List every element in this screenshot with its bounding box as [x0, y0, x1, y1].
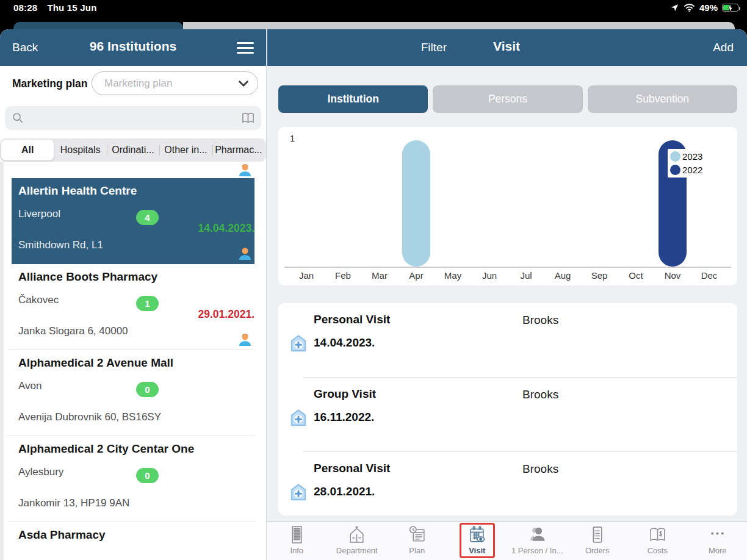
- orders-icon: [587, 525, 607, 545]
- institution-name: Asda Pharmacy: [18, 528, 106, 542]
- tab-label: Plan: [409, 546, 425, 555]
- segment-subvention[interactable]: Subvention: [588, 85, 737, 113]
- visit-segments: InstitutionPersonsSubvention: [278, 85, 737, 113]
- institution-address: Janka Slogara 6, 40000: [18, 325, 128, 337]
- institution-city: Aylesbury: [18, 466, 63, 478]
- month-label: Mar: [361, 270, 398, 281]
- navigation-bar: Back 96 Institutions Filter Visit Add: [0, 29, 747, 66]
- person-icon: [527, 525, 547, 545]
- category-tab-hospitals[interactable]: Hospitals: [54, 140, 106, 160]
- institution-name: Alphamedical 2 Avenue Mall: [18, 356, 173, 370]
- month-label: Aug: [544, 270, 581, 281]
- institution-visit-icon: [289, 334, 308, 353]
- month-label: Sep: [581, 270, 618, 281]
- tab-visit[interactable]: Visit: [447, 522, 508, 560]
- institution-name: Allertin Health Centre: [18, 184, 137, 198]
- tab-orders[interactable]: Orders: [568, 522, 628, 560]
- catalog-book-icon[interactable]: [241, 111, 255, 125]
- tab-more[interactable]: More: [688, 522, 747, 560]
- list-item-partial[interactable]: [4, 162, 266, 178]
- institution-row[interactable]: Alphamedical 2 City Centar OneAylesbury0…: [4, 436, 266, 522]
- chart-month-labels: JanFebMarAprMayJunJulAugSepOctNovDec: [288, 270, 727, 281]
- tab-info[interactable]: Info: [267, 522, 327, 560]
- legend-label: 2022: [682, 165, 702, 175]
- tab-costs[interactable]: Costs: [627, 522, 688, 560]
- visit-date: 28.01.2021.: [314, 485, 375, 498]
- visit-row[interactable]: Personal VisitBrooks28.01.2021.: [278, 452, 737, 515]
- visit-count-badge: 0: [136, 468, 159, 483]
- legend-dot-2022: [670, 165, 680, 175]
- marketing-plan-select[interactable]: Marketing plan: [92, 71, 258, 95]
- battery-percent: 49%: [699, 2, 718, 13]
- visit-count-badge: 0: [136, 382, 159, 397]
- bar-2023-apr: [402, 140, 430, 267]
- month-label: May: [435, 270, 471, 281]
- visit-row[interactable]: Group VisitBrooks16.11.2022.: [278, 378, 737, 452]
- institution-visit-icon: [289, 408, 308, 428]
- visit-type: Personal Visit: [314, 462, 390, 475]
- marketing-plan-placeholder: Marketing plan: [104, 77, 173, 90]
- status-time: 08:28: [13, 2, 37, 13]
- category-tab-pharmac[interactable]: Pharmac...: [212, 140, 265, 160]
- visit-calendar-icon: [467, 525, 487, 545]
- building-icon: [287, 525, 307, 545]
- search-input[interactable]: [28, 109, 236, 127]
- tab-plan[interactable]: Plan: [387, 522, 447, 560]
- tab-department[interactable]: Department: [327, 522, 388, 560]
- tab-label: Orders: [585, 546, 610, 555]
- institution-row[interactable]: Asda Pharmacy: [4, 522, 266, 560]
- battery-icon: [722, 4, 738, 12]
- app-window: Back 96 Institutions Filter Visit Add Ma…: [0, 29, 747, 560]
- marketing-plan-label: Marketing plan: [12, 77, 88, 90]
- month-label: Nov: [654, 270, 691, 281]
- month-label: Apr: [398, 270, 435, 281]
- visit-panel: InstitutionPersonsSubvention 1 JanFebMar…: [266, 66, 747, 560]
- legend-item-2023: 2023: [670, 151, 702, 162]
- visit-date: 14.04.2023.: [314, 336, 375, 350]
- department-icon: [347, 525, 367, 545]
- segment-institution[interactable]: Institution: [278, 85, 428, 113]
- institution-visit-icon: [289, 483, 308, 502]
- chart-x-axis: [284, 267, 731, 268]
- tab-person-in[interactable]: 1 Person / In...: [507, 522, 568, 560]
- visit-title: Visit: [266, 39, 747, 54]
- month-label: Dec: [691, 270, 727, 281]
- person-avatar-icon: [237, 162, 253, 178]
- add-button[interactable]: Add: [713, 41, 734, 54]
- segment-persons[interactable]: Persons: [433, 85, 582, 113]
- month-label: Jan: [288, 270, 325, 281]
- institution-row[interactable]: Alphamedical 2 Avenue MallAvon0Avenija D…: [4, 350, 266, 436]
- status-bar: 08:28 Thu 15 Jun 49%: [0, 0, 747, 22]
- wifi-icon: [684, 3, 695, 12]
- last-visit-date: 29.01.2021.: [198, 308, 254, 321]
- chart-y-tick: 1: [290, 134, 295, 143]
- institution-row[interactable]: Alliance Boots PharmacyČakovec129.01.202…: [4, 264, 266, 350]
- visit-count-badge: 4: [136, 210, 159, 225]
- institution-city: Liverpool: [18, 208, 60, 220]
- month-label: Feb: [325, 270, 361, 281]
- plan-calendar-icon: [407, 525, 427, 545]
- institution-name: Alphamedical 2 City Centar One: [18, 442, 194, 456]
- tab-label: 1 Person / In...: [511, 546, 563, 555]
- institution-address: Jankomir 13, HP19 9AN: [18, 497, 129, 509]
- institution-name: Alliance Boots Pharmacy: [18, 270, 157, 284]
- category-tab-otherin[interactable]: Other in...: [159, 140, 212, 160]
- legend-item-2022: 2022: [670, 165, 702, 175]
- status-date: Thu 15 Jun: [47, 2, 96, 13]
- visit-type: Personal Visit: [314, 313, 390, 326]
- institution-address: Smithdown Rd, L1: [18, 239, 103, 251]
- visit-count-badge: 1: [136, 296, 159, 311]
- institution-address: Avenija Dubrovnik 60, BS16SY: [18, 411, 161, 423]
- search-icon: [11, 111, 24, 124]
- person-avatar-icon: [237, 332, 253, 347]
- category-tab-ordinati[interactable]: Ordinati...: [107, 140, 159, 160]
- month-label: Oct: [618, 270, 654, 281]
- institution-row[interactable]: Allertin Health CentreLiverpool414.04.20…: [4, 178, 266, 264]
- month-label: Jul: [508, 270, 544, 281]
- chart-legend: 20232022: [668, 149, 707, 178]
- institutions-title: 96 Institutions: [0, 39, 266, 54]
- visit-row[interactable]: Personal VisitBrooks14.04.2023.: [278, 303, 737, 378]
- institution-city: Avon: [18, 380, 42, 392]
- category-tab-all[interactable]: All: [1, 140, 54, 160]
- hamburger-menu-icon[interactable]: [237, 42, 254, 54]
